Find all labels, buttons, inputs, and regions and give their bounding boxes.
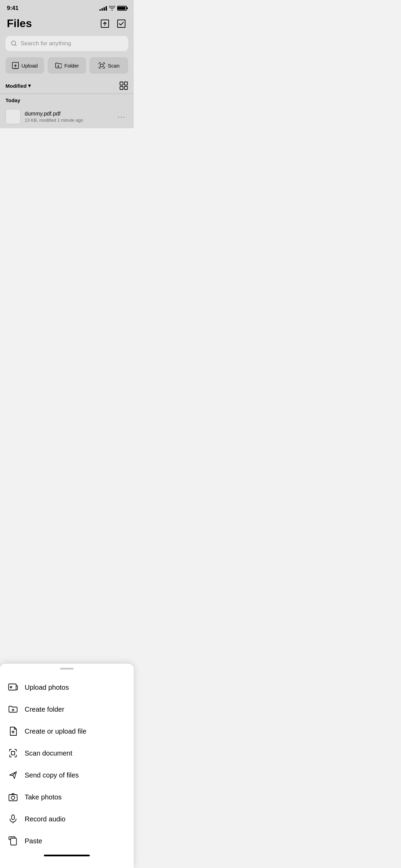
svg-rect-1 [118, 20, 125, 27]
file-item: dummy.pdf.pdf 13 KB, modified 1 minute a… [0, 105, 134, 128]
files-header: Files [0, 14, 134, 35]
search-bar[interactable]: Search for anything [5, 36, 128, 51]
wifi-icon [109, 6, 115, 11]
folder-button-icon [55, 62, 62, 69]
svg-rect-8 [124, 86, 127, 89]
grid-view-button[interactable] [119, 81, 128, 90]
search-container: Search for anything [0, 35, 134, 56]
file-more-button[interactable]: ··· [115, 110, 128, 123]
file-thumbnail [5, 109, 21, 124]
status-time: 9:41 [7, 5, 19, 12]
sort-row: Modified ▾ [0, 79, 134, 94]
signal-icon [99, 6, 107, 11]
status-icons [99, 6, 127, 11]
svg-rect-5 [120, 82, 123, 85]
upload-icon-button[interactable] [99, 18, 110, 29]
file-name: dummy.pdf.pdf [25, 111, 111, 117]
battery-icon [117, 6, 127, 11]
file-info: dummy.pdf.pdf 13 KB, modified 1 minute a… [25, 111, 111, 123]
scan-button-label: Scan [108, 63, 120, 69]
status-bar: 9:41 [0, 0, 134, 14]
sort-button[interactable]: Modified ▾ [5, 83, 31, 89]
upload-button[interactable]: Upload [5, 57, 44, 74]
action-buttons-row: Upload Folder Scan [0, 56, 134, 79]
scan-button-icon [98, 62, 105, 69]
upload-button-icon [12, 62, 19, 69]
search-placeholder: Search for anything [21, 40, 71, 47]
today-label: Today [5, 97, 20, 103]
today-section-header: Today [0, 94, 134, 105]
folder-button-label: Folder [64, 63, 79, 69]
file-meta: 13 KB, modified 1 minute ago [25, 118, 111, 123]
sort-label-text: Modified [5, 83, 27, 89]
folder-button[interactable]: Folder [48, 57, 86, 74]
scan-button[interactable]: Scan [89, 57, 128, 74]
header-actions [99, 18, 127, 29]
sort-chevron: ▾ [28, 83, 31, 89]
search-icon [11, 40, 17, 47]
svg-rect-6 [124, 82, 127, 85]
svg-rect-4 [100, 64, 103, 67]
svg-rect-7 [120, 86, 123, 89]
upload-button-label: Upload [22, 63, 38, 69]
page-title: Files [7, 17, 32, 30]
select-icon-button[interactable] [116, 18, 127, 29]
